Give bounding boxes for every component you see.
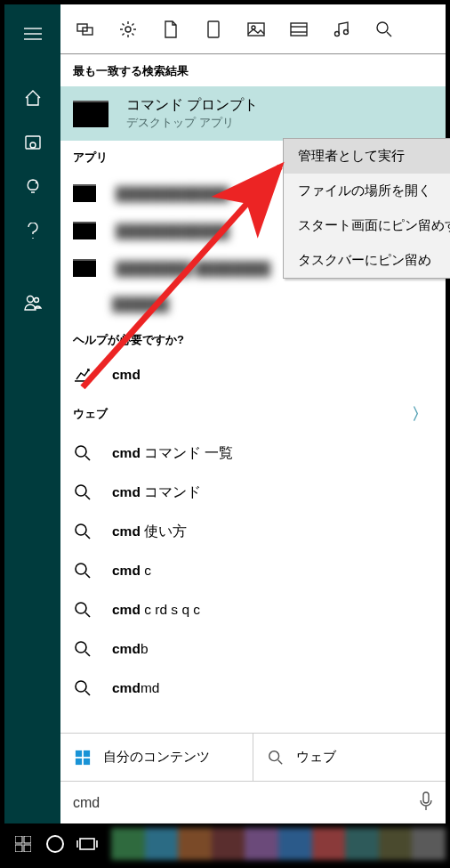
apps-filter-icon[interactable] bbox=[76, 20, 94, 38]
svg-rect-43 bbox=[24, 836, 31, 843]
search-icon bbox=[73, 443, 92, 463]
help-header: ヘルプが必要ですか? bbox=[60, 323, 446, 355]
chart-icon bbox=[73, 365, 92, 385]
cmd-thumb-icon bbox=[73, 259, 96, 277]
cmd-thumb-icon bbox=[73, 222, 96, 239]
search-filter-icon[interactable] bbox=[375, 20, 393, 38]
hamburger-icon[interactable] bbox=[4, 12, 60, 56]
svg-line-39 bbox=[278, 759, 283, 764]
svg-line-33 bbox=[85, 691, 90, 695]
search-icon bbox=[73, 561, 92, 580]
web-suggestion[interactable]: cmd 使い方 bbox=[60, 512, 446, 551]
main-panel: 最も一致する検索結果 コマンド プロンプト デスクトップ アプリ アプリ ███… bbox=[60, 4, 446, 823]
filter-toolbar bbox=[60, 4, 446, 53]
svg-line-31 bbox=[85, 652, 90, 656]
ctx-run-as-admin[interactable]: 管理者として実行 bbox=[284, 139, 450, 174]
photos-filter-icon[interactable] bbox=[247, 20, 265, 38]
svg-point-46 bbox=[47, 836, 63, 852]
svg-point-5 bbox=[27, 296, 33, 303]
svg-rect-13 bbox=[291, 23, 307, 36]
microphone-icon[interactable] bbox=[419, 791, 433, 815]
svg-rect-44 bbox=[15, 845, 22, 852]
camera-icon[interactable] bbox=[4, 120, 60, 165]
web-suggestion[interactable]: cmd コマンド bbox=[60, 473, 446, 512]
web-suggestion[interactable]: cmd コマンド 一覧 bbox=[60, 434, 446, 473]
svg-rect-40 bbox=[423, 792, 429, 803]
svg-line-21 bbox=[85, 456, 90, 460]
svg-point-32 bbox=[76, 681, 86, 692]
device-filter-icon[interactable] bbox=[205, 20, 222, 38]
svg-rect-35 bbox=[84, 750, 90, 756]
best-match-subtitle: デスクトップ アプリ bbox=[126, 115, 258, 131]
search-icon bbox=[268, 750, 284, 766]
search-icon bbox=[73, 522, 92, 541]
documents-filter-icon[interactable] bbox=[162, 20, 180, 38]
ctx-pin-to-taskbar[interactable]: タスクバーにピン留め bbox=[284, 243, 450, 278]
cmd-thumb-icon bbox=[73, 184, 96, 202]
ctx-pin-to-start[interactable]: スタート画面にピン留めする bbox=[284, 208, 450, 243]
svg-line-19 bbox=[387, 32, 391, 37]
best-match-header: 最も一致する検索結果 bbox=[60, 54, 446, 86]
web-header: ウェブ bbox=[73, 406, 108, 422]
search-input-value: cmd bbox=[73, 795, 100, 811]
web-list: cmd コマンド 一覧cmd コマンドcmd 使い方cmd ccmd c rd … bbox=[60, 432, 446, 710]
sidebar bbox=[4, 4, 60, 823]
videos-filter-icon[interactable] bbox=[290, 20, 308, 38]
web-tab[interactable]: ウェブ bbox=[253, 734, 446, 781]
web-suggestion[interactable]: cmdb bbox=[60, 629, 446, 669]
search-icon bbox=[73, 600, 92, 620]
help-icon[interactable] bbox=[4, 209, 60, 254]
search-icon bbox=[73, 678, 92, 698]
svg-rect-42 bbox=[15, 836, 22, 843]
svg-line-23 bbox=[85, 495, 90, 499]
svg-point-20 bbox=[76, 446, 86, 457]
web-suggestion[interactable]: cmd c rd s q c bbox=[60, 590, 446, 629]
chevron-right-icon: 〉 bbox=[412, 403, 433, 425]
help-item[interactable]: cmd bbox=[60, 355, 446, 394]
cortana-icon[interactable] bbox=[44, 832, 67, 856]
cmd-thumb-icon bbox=[73, 101, 108, 127]
start-button[interactable] bbox=[12, 832, 35, 856]
search-icon bbox=[73, 639, 92, 659]
best-match-item[interactable]: コマンド プロンプト デスクトップ アプリ bbox=[60, 86, 446, 141]
ctx-open-file-location[interactable]: ファイルの場所を開く bbox=[284, 174, 450, 208]
svg-point-4 bbox=[30, 142, 36, 148]
svg-rect-45 bbox=[24, 845, 31, 852]
svg-rect-10 bbox=[208, 21, 219, 37]
windows-logo-icon bbox=[75, 750, 91, 766]
web-suggestion[interactable]: cmd c bbox=[60, 551, 446, 590]
bottom-tabs: 自分のコンテンツ ウェブ bbox=[60, 733, 446, 781]
svg-rect-11 bbox=[248, 23, 264, 36]
svg-rect-34 bbox=[76, 750, 82, 756]
my-content-tab[interactable]: 自分のコンテンツ bbox=[60, 734, 253, 781]
svg-line-27 bbox=[85, 573, 90, 578]
web-suggestion[interactable]: cmdmd bbox=[60, 669, 446, 708]
home-icon[interactable] bbox=[4, 76, 60, 120]
context-menu: 管理者として実行 ファイルの場所を開く スタート画面にピン留めする タスクバーに… bbox=[283, 138, 450, 279]
svg-point-9 bbox=[125, 27, 131, 32]
settings-filter-icon[interactable] bbox=[119, 20, 137, 38]
svg-point-18 bbox=[377, 22, 388, 33]
music-filter-icon[interactable] bbox=[333, 20, 350, 38]
svg-line-29 bbox=[85, 612, 90, 617]
svg-rect-36 bbox=[76, 758, 82, 764]
search-icon bbox=[73, 483, 92, 502]
bulb-icon[interactable] bbox=[4, 165, 60, 209]
svg-rect-47 bbox=[80, 839, 94, 849]
svg-point-38 bbox=[269, 750, 279, 760]
app-item[interactable]: ██████ bbox=[60, 287, 446, 321]
svg-point-26 bbox=[76, 564, 86, 574]
best-match-title: コマンド プロンプト bbox=[126, 96, 258, 115]
web-header-row[interactable]: ウェブ 〉 bbox=[60, 394, 446, 432]
taskbar bbox=[4, 823, 446, 864]
task-view-icon[interactable] bbox=[76, 832, 99, 856]
svg-line-25 bbox=[85, 534, 90, 539]
svg-point-6 bbox=[34, 298, 38, 303]
svg-point-30 bbox=[76, 642, 86, 653]
svg-point-22 bbox=[76, 485, 86, 496]
taskbar-apps-blurred bbox=[111, 828, 446, 860]
people-icon[interactable] bbox=[4, 280, 60, 325]
search-input-bar[interactable]: cmd bbox=[60, 781, 446, 823]
svg-point-28 bbox=[76, 603, 86, 613]
svg-point-24 bbox=[76, 524, 86, 535]
